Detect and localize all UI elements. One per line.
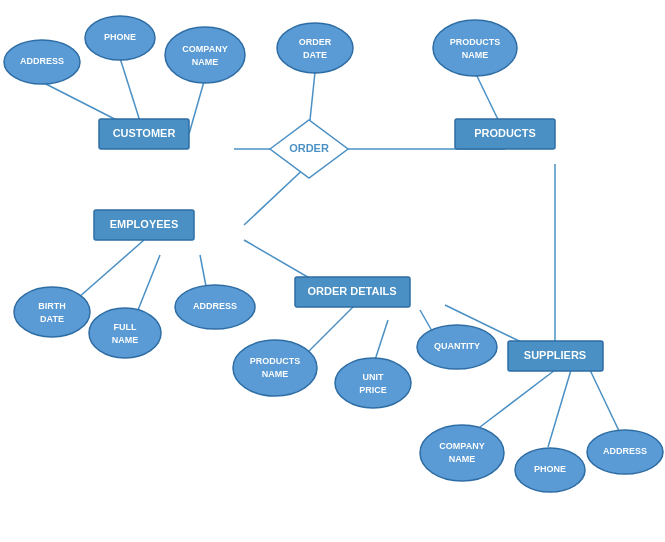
birth-date-attr: [14, 287, 90, 337]
unit-price-attr-label: UNIT: [363, 372, 384, 382]
suppliers-label: SUPPLIERS: [524, 349, 586, 361]
order-label: ORDER: [289, 142, 329, 154]
products-name-od-attr-label2: NAME: [262, 369, 289, 379]
full-name-attr-label2: NAME: [112, 335, 139, 345]
svg-line-16: [375, 320, 388, 360]
er-diagram: CUSTOMER ORDER PRODUCTS EMPLOYEES ORDER …: [0, 0, 665, 542]
address-suppliers-attr-label: ADDRESS: [603, 446, 647, 456]
products-name-od-attr-label: PRODUCTS: [250, 356, 301, 366]
unit-price-attr-label2: PRICE: [359, 385, 387, 395]
company-name-customer-attr-label: COMPANY: [182, 44, 227, 54]
products-name-attr-label: PRODUCTS: [450, 37, 501, 47]
svg-line-2: [189, 78, 205, 134]
svg-line-19: [548, 370, 571, 447]
svg-line-18: [480, 370, 555, 427]
order-date-attr: [277, 23, 353, 73]
birth-date-attr-label: BIRTH: [38, 301, 66, 311]
company-name-suppliers-attr-label2: NAME: [449, 454, 476, 464]
phone-suppliers-attr-label: PHONE: [534, 464, 566, 474]
products-name-attr-label2: NAME: [462, 50, 489, 60]
svg-line-3: [310, 72, 315, 120]
phone-attr-label: PHONE: [104, 32, 136, 42]
employees-label: EMPLOYEES: [110, 218, 178, 230]
full-name-attr: [89, 308, 161, 358]
full-name-attr-label: FULL: [114, 322, 137, 332]
address-employees-attr-label: ADDRESS: [193, 301, 237, 311]
birth-date-attr-label2: DATE: [40, 314, 64, 324]
unit-price-attr: [335, 358, 411, 408]
company-name-suppliers-attr-label: COMPANY: [439, 441, 484, 451]
products-name-attr: [433, 20, 517, 76]
address-attr-label: ADDRESS: [20, 56, 64, 66]
quantity-attr-label: QUANTITY: [434, 341, 480, 351]
company-name-suppliers-attr: [420, 425, 504, 481]
customer-label: CUSTOMER: [113, 127, 176, 139]
svg-line-20: [590, 370, 620, 433]
company-name-customer-attr-label2: NAME: [192, 57, 219, 67]
products-label: PRODUCTS: [474, 127, 536, 139]
order-details-label: ORDER DETAILS: [307, 285, 396, 297]
products-name-od-attr: [233, 340, 317, 396]
company-name-customer-attr: [165, 27, 245, 83]
order-date-attr-label2: DATE: [303, 50, 327, 60]
order-date-attr-label: ORDER: [299, 37, 332, 47]
